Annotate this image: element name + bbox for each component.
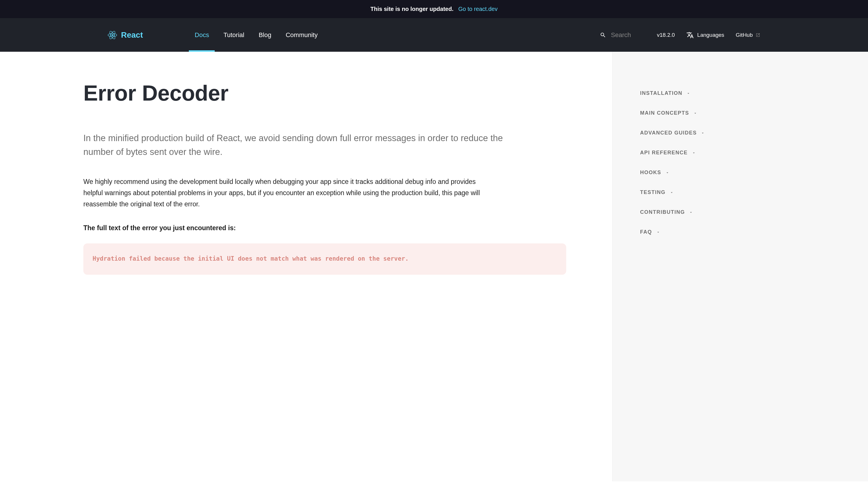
- error-message-box: Hydration failed because the initial UI …: [83, 243, 566, 275]
- body-paragraph: We highly recommend using the developmen…: [83, 176, 494, 210]
- sidebar-item-faq[interactable]: FAQ: [640, 222, 851, 242]
- sidebar-item-api-reference[interactable]: API Reference: [640, 143, 851, 163]
- primary-nav: Docs Tutorial Blog Community: [195, 18, 318, 52]
- announcement-banner: This site is no longer updated. Go to re…: [0, 0, 868, 18]
- sidebar-item-label: Main Concepts: [640, 110, 689, 116]
- external-link-icon: [755, 33, 760, 38]
- chevron-down-icon: [693, 111, 697, 115]
- chevron-down-icon: [692, 151, 696, 155]
- version-label[interactable]: v18.2.0: [657, 32, 675, 38]
- error-message-text: Hydration failed because the initial UI …: [93, 255, 409, 262]
- nav-tutorial[interactable]: Tutorial: [223, 18, 244, 52]
- sidebar-item-hooks[interactable]: Hooks: [640, 163, 851, 182]
- page-layout: Error Decoder In the minified production…: [0, 52, 868, 482]
- svg-point-0: [111, 34, 113, 36]
- react-logo-icon: [108, 30, 117, 40]
- translate-icon: [686, 31, 694, 39]
- languages-label: Languages: [697, 32, 724, 38]
- sidebar-item-contributing[interactable]: Contributing: [640, 202, 851, 222]
- sidebar-item-installation[interactable]: Installation: [640, 83, 851, 103]
- intro-paragraph: In the minified production build of Reac…: [83, 131, 509, 159]
- sidebar-item-label: FAQ: [640, 229, 652, 235]
- sidebar-item-label: Hooks: [640, 170, 661, 176]
- chevron-down-icon: [686, 91, 690, 95]
- logo-link[interactable]: React: [108, 30, 143, 40]
- announcement-text: This site is no longer updated.: [371, 6, 453, 12]
- chevron-down-icon: [701, 131, 705, 135]
- sidebar-item-label: Advanced Guides: [640, 130, 697, 136]
- announcement-link[interactable]: Go to react.dev: [458, 6, 497, 12]
- chevron-down-icon: [689, 211, 693, 214]
- docs-sidebar: Installation Main Concepts Advanced Guid…: [612, 52, 868, 482]
- sidebar-item-label: Contributing: [640, 209, 685, 215]
- page-title: Error Decoder: [83, 80, 589, 105]
- languages-link[interactable]: Languages: [686, 31, 724, 39]
- github-label: GitHub: [736, 32, 753, 38]
- error-intro-label: The full text of the error you just enco…: [83, 224, 589, 232]
- search-icon: [600, 32, 606, 38]
- chevron-down-icon: [670, 191, 674, 195]
- sidebar-item-testing[interactable]: Testing: [640, 182, 851, 202]
- nav-blog[interactable]: Blog: [259, 18, 271, 52]
- github-link[interactable]: GitHub: [736, 32, 760, 38]
- sidebar-item-main-concepts[interactable]: Main Concepts: [640, 103, 851, 123]
- sidebar-item-advanced-guides[interactable]: Advanced Guides: [640, 123, 851, 143]
- chevron-down-icon: [665, 171, 669, 175]
- sidebar-item-label: Installation: [640, 90, 682, 96]
- search-box[interactable]: [600, 31, 645, 39]
- chevron-down-icon: [656, 230, 660, 234]
- search-input[interactable]: [611, 31, 645, 39]
- sidebar-item-label: Testing: [640, 189, 666, 195]
- logo-text: React: [121, 30, 143, 40]
- main-content: Error Decoder In the minified production…: [0, 52, 612, 482]
- nav-community[interactable]: Community: [286, 18, 318, 52]
- site-header: React Docs Tutorial Blog Community v18.2…: [0, 18, 868, 52]
- nav-docs[interactable]: Docs: [195, 18, 209, 52]
- sidebar-item-label: API Reference: [640, 150, 688, 156]
